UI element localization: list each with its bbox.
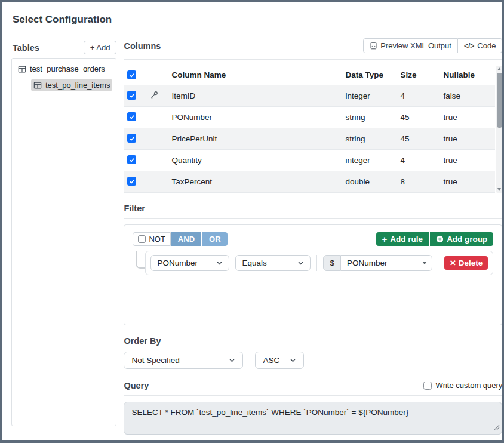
- table-icon: [33, 81, 42, 90]
- write-custom-query-checkbox[interactable]: [423, 382, 432, 390]
- column-row: PricePerUnit string 45 true: [124, 128, 494, 149]
- nullable-cell: true: [440, 128, 495, 149]
- order-direction-select[interactable]: ASC: [255, 352, 304, 369]
- preview-xml-output-label: Preview XML Output: [380, 41, 451, 50]
- filter-divider: [124, 218, 502, 219]
- scroll-down-arrow-icon[interactable]: [496, 187, 503, 193]
- add-table-button[interactable]: + Add: [84, 41, 117, 54]
- select-configuration-window: Select Configuration Tables + Add: [0, 0, 504, 443]
- add-group-button[interactable]: Add group: [430, 232, 493, 246]
- query-heading: Query: [124, 381, 149, 390]
- column-name-cell: TaxPercent: [168, 171, 342, 192]
- order-by-controls: Not Specified ASC: [124, 352, 502, 369]
- column-name-cell: PricePerUnit: [168, 128, 342, 149]
- header-nullable: Nullable: [440, 66, 495, 85]
- query-text: SELECT * FROM `test_po_line_items` WHERE…: [131, 408, 408, 417]
- add-rule-button[interactable]: + Add rule: [376, 232, 429, 246]
- query-textarea[interactable]: SELECT * FROM `test_po_line_items` WHERE…: [124, 402, 502, 435]
- rule-operator-value: Equals: [242, 259, 266, 267]
- not-checkbox[interactable]: [138, 235, 146, 243]
- not-toggle[interactable]: NOT: [133, 232, 170, 246]
- primary-key-icon: [150, 91, 158, 99]
- tables-tree: test_purchase_orders test_po_line_items: [11, 58, 116, 426]
- nullable-cell: true: [440, 149, 495, 171]
- columns-table-header-row: Column Name Data Type Size Nullable: [124, 66, 494, 85]
- column-checkbox[interactable]: [127, 91, 136, 100]
- rule-value-input[interactable]: [341, 255, 417, 271]
- output-button-group: Preview XML Output </> Code: [363, 38, 502, 53]
- tree-item-label: test_purchase_orders: [30, 64, 105, 73]
- nullable-cell: false: [440, 85, 495, 106]
- tree-item-test-purchase-orders[interactable]: test_purchase_orders: [16, 63, 107, 75]
- size-cell: 45: [397, 106, 440, 128]
- filter-group-header: NOT AND OR + Add rule: [133, 232, 493, 246]
- dollar-prefix: $: [323, 255, 341, 271]
- scroll-up-arrow-icon[interactable]: [496, 66, 503, 72]
- plus-icon: +: [382, 235, 388, 244]
- chevron-down-icon: [297, 260, 304, 266]
- order-by-field-select[interactable]: Not Specified: [124, 352, 243, 369]
- resize-handle-icon[interactable]: [494, 423, 500, 432]
- rule-divider: [316, 255, 317, 271]
- preview-xml-output-button[interactable]: Preview XML Output: [363, 38, 458, 53]
- columns-scrollbar[interactable]: [496, 66, 503, 193]
- select-all-checkbox[interactable]: [127, 70, 136, 79]
- columns-divider: [124, 59, 502, 60]
- main-layout: Tables + Add test_purchase_orders: [11, 38, 493, 435]
- column-checkbox[interactable]: [127, 155, 136, 164]
- or-toggle-button[interactable]: OR: [202, 232, 228, 246]
- columns-heading: Columns: [124, 41, 161, 51]
- query-header: Query Write custom query: [124, 381, 502, 390]
- filter-rule: PONumber Equals: [145, 251, 493, 275]
- size-cell: 4: [397, 149, 440, 171]
- column-row: PONumber string 45 true: [124, 106, 494, 128]
- nullable-cell: true: [440, 171, 495, 192]
- size-cell: 4: [397, 85, 440, 106]
- filter-builder: NOT AND OR + Add rule: [124, 224, 502, 325]
- column-checkbox[interactable]: [127, 177, 136, 186]
- data-type-cell: integer: [342, 85, 397, 106]
- tree-item-label: test_po_line_items: [45, 81, 110, 90]
- not-label: NOT: [149, 235, 165, 244]
- write-custom-query-label: Write custom query: [436, 381, 503, 390]
- write-custom-query-toggle[interactable]: Write custom query: [423, 381, 503, 390]
- page-title: Select Configuration: [13, 14, 493, 26]
- add-buttons: + Add rule Add group: [376, 232, 494, 246]
- x-icon: ✕: [450, 259, 456, 267]
- table-icon: [18, 65, 26, 73]
- file-code-icon: [370, 42, 377, 50]
- header-size: Size: [397, 66, 440, 85]
- order-by-heading: Order By: [124, 336, 502, 346]
- configuration-panel: Columns Preview XML Output </> C: [124, 38, 502, 435]
- column-checkbox[interactable]: [127, 112, 136, 121]
- data-type-cell: integer: [342, 149, 397, 171]
- columns-table-body: ItemID integer 4 false PONumber string 4…: [124, 85, 494, 192]
- rule-field-value: PONumber: [157, 259, 198, 267]
- data-type-cell: string: [342, 128, 397, 149]
- rule-operator-select[interactable]: Equals: [235, 255, 311, 271]
- order-by-field-value: Not Specified: [131, 356, 179, 365]
- caret-down-icon: [422, 262, 427, 264]
- code-brackets-icon: </>: [464, 42, 474, 50]
- data-type-cell: double: [342, 171, 397, 192]
- chevron-down-icon: [290, 357, 296, 364]
- column-name-cell: PONumber: [168, 106, 342, 128]
- code-label: Code: [477, 41, 496, 50]
- filter-rule-row: PONumber Equals: [133, 251, 493, 275]
- code-button[interactable]: </> Code: [458, 38, 502, 53]
- column-row: TaxPercent double 8 true: [124, 171, 494, 192]
- delete-rule-button[interactable]: ✕ Delete: [444, 256, 488, 270]
- tree-connector-line: [23, 75, 31, 88]
- tree-item-test-po-line-items[interactable]: test_po_line_items: [31, 79, 112, 91]
- scrollbar-thumb[interactable]: [497, 73, 502, 128]
- value-dropdown-toggle[interactable]: [417, 255, 432, 271]
- columns-table-wrap: Column Name Data Type Size Nullable: [124, 66, 502, 193]
- data-type-cell: string: [342, 106, 397, 128]
- header-column-name: Column Name: [168, 66, 342, 85]
- delete-label: Delete: [459, 259, 483, 267]
- and-toggle-button[interactable]: AND: [171, 232, 201, 246]
- rule-connector-line: [136, 251, 145, 269]
- add-group-label: Add group: [447, 235, 487, 244]
- column-checkbox[interactable]: [127, 134, 136, 143]
- rule-field-select[interactable]: PONumber: [150, 255, 229, 271]
